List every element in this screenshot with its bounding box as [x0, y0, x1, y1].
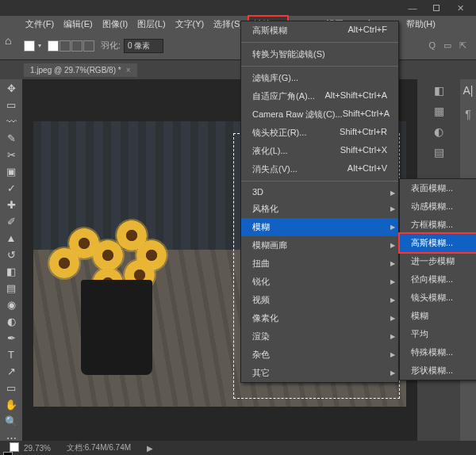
blur-average[interactable]: 平均 [400, 325, 476, 343]
filter-adaptive-wide[interactable]: 自适应广角(A)...Alt+Shift+Ctrl+A [241, 87, 398, 105]
filter-gallery[interactable]: 滤镜库(G)... [241, 69, 398, 87]
eraser-tool-icon[interactable]: ◧ [4, 266, 18, 277]
filter-convert-smart[interactable]: 转换为智能滤镜(S) [241, 45, 398, 63]
filter-lens-correction[interactable]: 镜头校正(R)...Shift+Ctrl+R [241, 124, 398, 142]
filter-3d[interactable]: 3D [241, 184, 398, 200]
blur-motion[interactable]: 动感模糊... [400, 197, 476, 216]
filter-menu-dropdown: 高斯模糊Alt+Ctrl+F 转换为智能滤镜(S) 滤镜库(G)... 自适应广… [240, 21, 399, 383]
lasso-tool-icon[interactable]: 〰 [4, 116, 18, 128]
quick-select-tool-icon[interactable]: ✎ [4, 132, 18, 144]
menu-help[interactable]: 帮助(H) [401, 17, 440, 32]
blur-simple[interactable]: 模糊 [400, 307, 476, 325]
filter-last-gaussian[interactable]: 高斯模糊Alt+Ctrl+F [241, 21, 398, 40]
filter-vanishing[interactable]: 消失点(V)...Alt+Ctrl+V [241, 160, 398, 178]
blur-tool-icon[interactable]: ◉ [4, 299, 18, 311]
move-tool-icon[interactable]: ✥ [4, 82, 18, 94]
filter-camera-raw[interactable]: Camera Raw 滤镜(C)...Shift+Ctrl+A [241, 105, 398, 124]
gradient-tool-icon[interactable]: ▤ [4, 282, 18, 294]
swatches-panel-icon[interactable]: ▦ [434, 105, 444, 117]
menubar: ⌂ 文件(F) 编辑(E) 图像(I) 图层(L) 文字(Y) 选择(S) 滤镜… [0, 16, 476, 32]
filter-video[interactable]: 视频 [241, 291, 398, 309]
menu-file[interactable]: 文件(F) [21, 17, 59, 32]
filter-distort[interactable]: 扭曲 [241, 254, 398, 273]
blur-shape[interactable]: 形状模糊... [400, 361, 476, 380]
close-button[interactable]: ✕ [448, 0, 472, 16]
blur-surface[interactable]: 表面模糊... [400, 179, 476, 197]
path-tool-icon[interactable]: ↗ [4, 365, 18, 377]
character-panel-icon[interactable]: A| [463, 84, 474, 97]
maximize-button[interactable] [424, 0, 448, 16]
ps-home-icon[interactable]: ⌂ [5, 34, 11, 47]
filter-other[interactable]: 其它 [241, 364, 398, 382]
status-bar: 29.73% 文档:6.74M/6.74M ▶ [0, 441, 476, 455]
filter-noise[interactable]: 杂色 [241, 346, 398, 364]
share-icon[interactable]: ⇱ [459, 40, 466, 51]
frame-tool-icon[interactable]: ▣ [4, 166, 18, 178]
adjustments-panel-icon[interactable]: ◐ [434, 125, 443, 138]
filter-blur[interactable]: 模糊 [241, 218, 398, 236]
heal-tool-icon[interactable]: ✚ [4, 199, 18, 211]
zoom-tool-icon[interactable]: 🔍 [4, 415, 18, 427]
doc-info: 文档:6.74M/6.74M [67, 442, 131, 453]
blur-further[interactable]: 进一步模糊 [400, 252, 476, 270]
menu-edit[interactable]: 编辑(E) [59, 17, 98, 32]
menu-type[interactable]: 文字(Y) [171, 17, 209, 32]
minimize-button[interactable]: — [401, 0, 424, 16]
status-arrow-icon[interactable]: ▶ [147, 444, 153, 453]
zoom-readout[interactable]: 29.73% [24, 444, 51, 453]
eyedropper-tool-icon[interactable]: ✓ [4, 182, 18, 194]
blur-radial[interactable]: 径向模糊... [400, 270, 476, 289]
layers-panel-icon[interactable]: ▤ [434, 146, 444, 159]
filter-pixelate[interactable]: 像素化 [241, 309, 398, 327]
paragraph-panel-icon[interactable]: ¶ [465, 108, 471, 120]
filter-render[interactable]: 渲染 [241, 327, 398, 346]
type-tool-icon[interactable]: T [4, 349, 18, 361]
pen-tool-icon[interactable]: ✒ [4, 332, 18, 344]
document-title: 1.jpeg @ 29.7%(RGB/8) * [30, 66, 121, 75]
blur-special[interactable]: 特殊模糊... [400, 343, 476, 361]
blur-gaussian[interactable]: 高斯模糊... [400, 234, 476, 252]
filter-liquify[interactable]: 液化(L)...Shift+Ctrl+X [241, 142, 398, 160]
stamp-tool-icon[interactable]: ▲ [4, 232, 18, 244]
brush-tool-icon[interactable]: ✐ [4, 216, 18, 228]
history-brush-tool-icon[interactable]: ↺ [4, 249, 18, 261]
dodge-tool-icon[interactable]: ◐ [4, 315, 18, 327]
crop-tool-icon[interactable]: ✂ [4, 149, 18, 161]
blur-lens[interactable]: 镜头模糊... [400, 289, 476, 307]
blur-submenu: 表面模糊... 动感模糊... 方框模糊... 高斯模糊... 进一步模糊 径向… [399, 178, 476, 380]
document-tab[interactable]: 1.jpeg @ 29.7%(RGB/8) * × [24, 63, 137, 77]
menu-image[interactable]: 图像(I) [98, 17, 132, 32]
frame-icon[interactable]: ▭ [443, 40, 451, 51]
filter-sharpen[interactable]: 锐化 [241, 273, 398, 291]
marquee-tool-icon[interactable]: ▭ [4, 99, 18, 111]
close-tab-icon[interactable]: × [126, 66, 131, 75]
color-panel-icon[interactable]: ◧ [434, 84, 444, 97]
shape-tool-icon[interactable]: ▭ [4, 382, 18, 394]
blur-box[interactable]: 方框模糊... [400, 216, 476, 234]
document-tabs: 1.jpeg @ 29.7%(RGB/8) * × [0, 60, 476, 79]
hand-tool-icon[interactable]: ✋ [4, 399, 18, 411]
search-icon[interactable]: Q [428, 40, 436, 51]
menu-layer[interactable]: 图层(L) [132, 17, 170, 32]
tools-panel: ✥ ▭ 〰 ✎ ✂ ▣ ✓ ✚ ✐ ▲ ↺ ◧ ▤ ◉ ◐ ✒ T ↗ ▭ ✋ … [0, 79, 22, 441]
filter-blur-gallery[interactable]: 模糊画廊 [241, 236, 398, 254]
filter-stylize[interactable]: 风格化 [241, 200, 398, 218]
window-titlebar: — ✕ [0, 0, 476, 16]
feather-label: 羽化: [101, 40, 121, 52]
options-bar: ▾ 羽化: 0 像素 Q ▭ ⇱ [0, 32, 476, 60]
feather-input[interactable]: 0 像素 [124, 39, 163, 53]
